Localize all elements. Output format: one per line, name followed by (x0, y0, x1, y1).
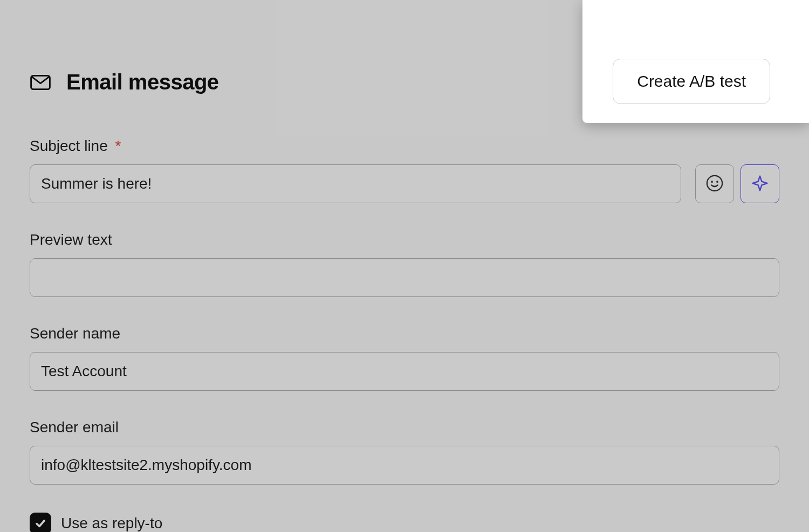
reply-to-row: Use as reply-to (30, 513, 779, 532)
subject-line-input[interactable] (30, 164, 681, 203)
preview-text-field: Preview text (30, 231, 779, 297)
subject-line-field: Subject line * (30, 137, 779, 203)
page-title: Email message (66, 70, 219, 94)
sender-name-input[interactable] (30, 352, 779, 391)
sender-name-field: Sender name (30, 325, 779, 391)
sender-email-field: Sender email (30, 419, 779, 485)
subject-line-label: Subject line * (30, 137, 779, 155)
mail-icon (30, 72, 51, 93)
preview-text-input[interactable] (30, 258, 779, 297)
ai-assist-button[interactable] (741, 164, 779, 203)
create-ab-test-button[interactable]: Create A/B test (613, 59, 770, 104)
preview-text-label: Preview text (30, 231, 779, 248)
svg-point-2 (711, 181, 712, 182)
reply-to-checkbox[interactable] (30, 513, 51, 532)
svg-point-1 (707, 175, 722, 190)
reply-to-label: Use as reply-to (61, 515, 162, 532)
sender-email-input[interactable] (30, 446, 779, 485)
sender-email-label: Sender email (30, 419, 779, 436)
sparkle-icon (751, 175, 769, 194)
sender-name-label: Sender name (30, 325, 779, 342)
svg-point-3 (717, 181, 717, 182)
emoji-icon (705, 174, 724, 194)
emoji-picker-button[interactable] (695, 164, 734, 203)
required-indicator: * (115, 137, 121, 154)
subject-line-label-text: Subject line (30, 137, 108, 154)
